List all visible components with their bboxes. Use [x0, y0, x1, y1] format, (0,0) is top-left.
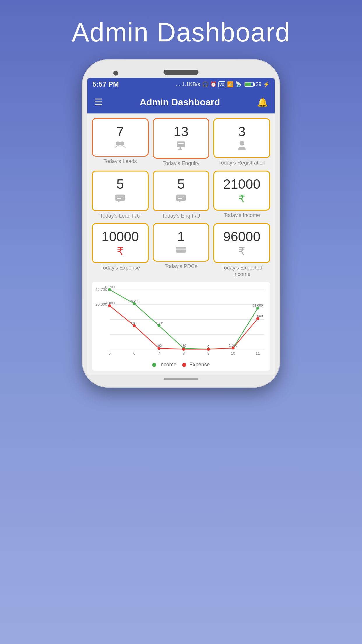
svg-rect-2	[177, 141, 185, 147]
enquiry-icon	[176, 140, 186, 153]
card-wrapper-enq-fu: 5 Today's Enq F/U	[153, 171, 210, 219]
status-right: ....1.1KB/s 🎧 ⏰ Vo 📶 📡 29 ⚡	[176, 81, 270, 88]
registration-icon	[238, 140, 246, 153]
card-pdcs[interactable]: 1	[153, 223, 210, 262]
lightning-icon: ⚡	[263, 81, 270, 88]
phone-bottom	[87, 375, 275, 382]
card-lead-fu-number: 5	[117, 177, 124, 192]
card-lead-fu-label: Today's Lead F/U	[92, 213, 149, 219]
lead-fu-icon	[115, 193, 125, 206]
card-enquiry[interactable]: 13	[153, 118, 210, 159]
card-leads[interactable]: 7	[92, 118, 149, 157]
expense-legend: Expense	[182, 362, 210, 368]
expense-legend-label: Expense	[189, 362, 210, 368]
svg-text:0: 0	[208, 345, 209, 348]
camera-icon	[113, 71, 118, 76]
svg-rect-12	[176, 195, 186, 201]
card-enquiry-number: 13	[173, 124, 188, 139]
card-wrapper-registration: 3 Today's Registration	[213, 118, 270, 167]
svg-rect-14	[178, 197, 184, 197]
svg-text:11: 11	[256, 351, 260, 356]
svg-rect-8	[115, 195, 125, 201]
dashboard-grid: 7 Today's Leads 13	[87, 113, 275, 282]
expected-income-rupee-icon: ₹	[238, 245, 245, 258]
volte-icon: Vo	[218, 81, 225, 87]
card-wrapper-enquiry: 13 Today's Enquiry	[153, 118, 210, 167]
phone-screen: 5:57 PM ....1.1KB/s 🎧 ⏰ Vo 📶 📡 29 ⚡ ☰ Ad…	[87, 78, 275, 375]
svg-text:20,000: 20,000	[105, 301, 115, 305]
card-expected-income-number: 96000	[223, 229, 261, 244]
card-expense[interactable]: 10000 ₹	[92, 223, 149, 263]
wifi-icon: 📡	[235, 81, 242, 88]
card-expense-label: Today's Expense	[92, 265, 149, 271]
svg-text:10,000: 10,000	[253, 314, 263, 318]
battery-icon	[245, 82, 254, 87]
svg-text:9: 9	[207, 351, 209, 356]
card-expected-income[interactable]: 96000 ₹	[213, 223, 270, 263]
svg-rect-15	[178, 198, 182, 199]
svg-rect-6	[178, 145, 182, 145]
card-leads-label: Today's Leads	[92, 158, 149, 165]
svg-text:7,000: 7,000	[130, 321, 138, 325]
card-enq-fu-label: Today's Enq F/U	[153, 213, 210, 219]
svg-point-7	[240, 141, 244, 146]
card-lead-fu[interactable]: 5	[92, 171, 149, 211]
svg-rect-11	[117, 198, 121, 199]
battery-level: 29	[256, 81, 261, 88]
svg-rect-10	[117, 197, 123, 197]
svg-text:100: 100	[156, 344, 162, 347]
card-wrapper-expected-income: 96000 ₹ Today's Expected Income	[213, 223, 270, 277]
phone-frame: 5:57 PM ....1.1KB/s 🎧 ⏰ Vo 📶 📡 29 ⚡ ☰ Ad…	[82, 59, 280, 388]
app-header-title: Admin Dashboard	[140, 97, 220, 108]
card-wrapper-income: 21000 ₹ Today's Income	[213, 171, 270, 219]
phone-top	[87, 64, 275, 78]
income-expense-chart: 45,700 20,000 5 6 7 8 9 10 11	[95, 287, 267, 358]
svg-text:26,200: 26,200	[129, 299, 139, 303]
card-wrapper-lead-fu: 5 Today's Lead F/U	[92, 171, 149, 219]
svg-rect-4	[178, 149, 182, 150]
speaker	[164, 70, 198, 75]
card-enquiry-label: Today's Enquiry	[153, 160, 210, 167]
svg-text:21,000: 21,000	[253, 304, 263, 307]
expense-rupee-icon: ₹	[117, 245, 124, 258]
chart-section: 45,700 20,000 5 6 7 8 9 10 11	[92, 282, 270, 371]
chart-legend: Income Expense	[95, 362, 267, 368]
alarm-icon: ⏰	[210, 81, 217, 88]
income-legend-dot	[152, 363, 156, 367]
card-enq-fu[interactable]: 5	[153, 171, 210, 211]
card-expected-income-label: Today's Expected Income	[213, 265, 270, 277]
svg-text:7: 7	[158, 351, 160, 356]
network-speed: ....1.1KB/s	[176, 81, 200, 88]
svg-text:1,000: 1,000	[229, 344, 237, 347]
svg-rect-18	[177, 251, 181, 251]
svg-marker-13	[179, 201, 181, 203]
card-income-label: Today's Income	[213, 212, 270, 219]
card-expense-number: 10000	[101, 229, 139, 244]
svg-rect-5	[178, 143, 184, 144]
pdcs-icon	[175, 245, 187, 256]
svg-text:6: 6	[133, 351, 135, 356]
income-legend: Income	[152, 362, 176, 368]
card-enq-fu-number: 5	[177, 177, 185, 192]
card-registration[interactable]: 3	[213, 118, 270, 158]
card-pdcs-number: 1	[177, 229, 185, 244]
headphone-icon: 🎧	[202, 81, 208, 88]
signal-icon: 📶	[227, 81, 233, 88]
card-income[interactable]: 21000 ₹	[213, 171, 270, 211]
status-bar: 5:57 PM ....1.1KB/s 🎧 ⏰ Vo 📶 📡 29 ⚡	[87, 78, 275, 91]
card-registration-label: Today's Registration	[213, 160, 270, 166]
notification-bell-icon[interactable]: 🔔	[257, 97, 268, 107]
card-registration-number: 3	[238, 124, 246, 139]
income-legend-label: Income	[159, 362, 176, 368]
card-leads-number: 7	[117, 124, 124, 139]
svg-text:5: 5	[108, 351, 110, 356]
svg-text:7,000: 7,000	[155, 321, 163, 325]
svg-point-0	[116, 141, 120, 146]
card-wrapper-expense: 10000 ₹ Today's Expense	[92, 223, 149, 277]
menu-icon[interactable]: ☰	[94, 97, 103, 108]
svg-rect-17	[176, 249, 186, 250]
app-header: ☰ Admin Dashboard 🔔	[87, 91, 275, 113]
svg-text:0: 0	[183, 345, 184, 348]
expense-legend-dot	[182, 363, 186, 367]
home-indicator	[164, 378, 198, 380]
